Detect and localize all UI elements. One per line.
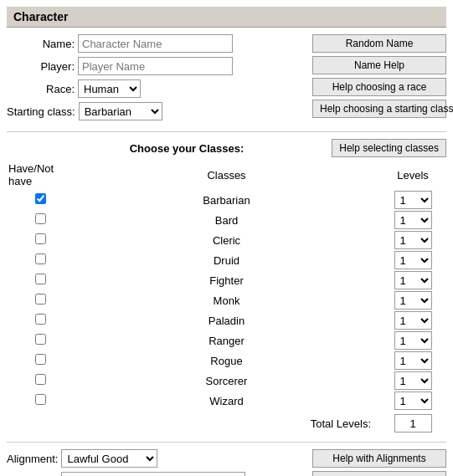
class-name: Paladin	[74, 310, 379, 330]
table-row: Paladin1234567891011121314151617181920	[7, 310, 446, 330]
table-row: Monk1234567891011121314151617181920	[7, 290, 446, 310]
help-selecting-classes-button[interactable]: Help selecting classes	[332, 139, 446, 157]
col-levels-header: Levels	[379, 162, 446, 190]
level-select-druid[interactable]: 1234567891011121314151617181920	[394, 251, 432, 269]
window-title: Character	[13, 10, 68, 23]
table-row: Sorcerer1234567891011121314151617181920	[7, 371, 446, 391]
class-checkbox-sorcerer[interactable]	[35, 374, 46, 385]
class-name: Druid	[74, 250, 379, 270]
title-bar: Character	[7, 7, 446, 28]
table-row: Druid1234567891011121314151617181920	[7, 250, 446, 270]
class-checkbox-ranger[interactable]	[35, 334, 46, 345]
random-name-button[interactable]: Random Name	[312, 34, 446, 53]
total-label: Total Levels:	[74, 411, 379, 433]
alignment-select[interactable]: Lawful Good Neutral Good Chaotic Good La…	[61, 449, 157, 468]
class-name: Fighter	[74, 270, 379, 290]
help-religion-button[interactable]: Help with Religion	[312, 471, 446, 476]
class-checkbox-fighter[interactable]	[35, 274, 46, 284]
classes-title: Choose your Classes:	[74, 142, 300, 155]
class-checkbox-barbarian[interactable]	[35, 193, 46, 204]
table-row: Rogue1234567891011121314151617181920	[7, 351, 446, 371]
level-select-wizard[interactable]: 1234567891011121314151617181920	[394, 392, 432, 410]
name-help-button[interactable]: Name Help	[312, 56, 446, 74]
name-input[interactable]	[78, 34, 233, 53]
starting-class-label: Starting class:	[7, 105, 79, 118]
level-select-bard[interactable]: 1234567891011121314151617181920	[394, 211, 432, 229]
classes-table: Have/Not have Classes Levels Barbarian12…	[7, 162, 446, 433]
class-checkbox-monk[interactable]	[35, 294, 46, 305]
class-name: Barbarian	[74, 190, 379, 210]
class-name: Monk	[74, 290, 379, 310]
col-classes-header: Classes	[74, 162, 379, 190]
help-race-button[interactable]: Help choosing a race	[312, 78, 446, 96]
table-row: Wizard1234567891011121314151617181920	[7, 391, 446, 411]
starting-class-select[interactable]: Barbarian Bard Cleric Druid Fighter Monk…	[79, 102, 162, 120]
class-name: Rogue	[74, 351, 379, 371]
col-have-header: Have/Not have	[7, 162, 74, 190]
class-checkbox-paladin[interactable]	[35, 314, 46, 325]
class-checkbox-druid[interactable]	[35, 253, 46, 264]
table-row: Barbarian1234567891011121314151617181920	[7, 190, 446, 210]
class-checkbox-wizard[interactable]	[35, 394, 46, 405]
level-select-paladin[interactable]: 1234567891011121314151617181920	[394, 311, 432, 330]
class-name: Bard	[74, 210, 379, 230]
race-label: Race:	[7, 83, 78, 95]
level-select-barbarian[interactable]: 1234567891011121314151617181920	[394, 191, 432, 209]
level-select-ranger[interactable]: 1234567891011121314151617181920	[394, 331, 432, 350]
religion-select[interactable]: None	[61, 472, 245, 476]
level-select-cleric[interactable]: 1234567891011121314151617181920	[394, 231, 432, 249]
class-checkbox-bard[interactable]	[35, 213, 46, 224]
level-select-rogue[interactable]: 1234567891011121314151617181920	[394, 351, 432, 370]
table-row: Bard1234567891011121314151617181920	[7, 210, 446, 230]
class-checkbox-cleric[interactable]	[35, 233, 46, 244]
class-name: Cleric	[74, 230, 379, 250]
player-label: Player:	[7, 60, 78, 73]
level-select-monk[interactable]: 1234567891011121314151617181920	[394, 291, 432, 310]
class-checkbox-rogue[interactable]	[35, 354, 46, 365]
level-select-sorcerer[interactable]: 1234567891011121314151617181920	[394, 371, 432, 390]
table-row: Ranger1234567891011121314151617181920	[7, 330, 446, 351]
class-name: Wizard	[74, 391, 379, 411]
name-label: Name:	[7, 38, 78, 50]
class-name: Ranger	[74, 330, 379, 351]
table-row: Fighter1234567891011121314151617181920	[7, 270, 446, 290]
level-select-fighter[interactable]: 1234567891011121314151617181920	[394, 271, 432, 289]
table-row: Cleric1234567891011121314151617181920	[7, 230, 446, 250]
alignment-label: Alignment:	[7, 453, 61, 465]
player-input[interactable]	[78, 57, 233, 75]
help-starting-class-button[interactable]: Help choosing a starting class	[312, 100, 446, 118]
help-alignments-button[interactable]: Help with Alignments	[312, 449, 446, 468]
race-select[interactable]: Human Elf Dwarf Halfling Gnome Half-Elf …	[78, 79, 141, 98]
class-name: Sorcerer	[74, 371, 379, 391]
total-levels-input[interactable]	[394, 414, 432, 432]
